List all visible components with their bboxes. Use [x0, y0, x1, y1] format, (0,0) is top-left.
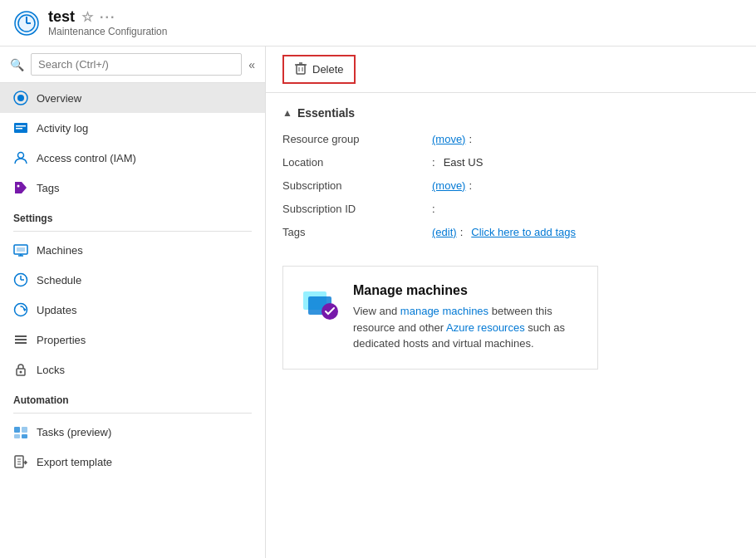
svg-rect-27	[14, 434, 20, 438]
machines-icon	[13, 242, 28, 257]
export-label: Export template	[37, 456, 112, 468]
tags-label: Tags	[37, 182, 59, 194]
activity-log-label: Activity log	[37, 122, 88, 135]
svg-rect-25	[14, 427, 20, 433]
iam-label: Access control (IAM)	[37, 152, 136, 164]
sidebar-item-export[interactable]: Export template	[0, 447, 265, 477]
subscription-value: (move) :	[432, 179, 477, 192]
collapse-sidebar-button[interactable]: «	[248, 58, 255, 71]
manage-machines-description: View and manage machines between this re…	[353, 303, 581, 352]
updates-icon	[13, 302, 28, 317]
resource-icon	[13, 10, 40, 37]
subscription-id-label: Subscription ID	[282, 203, 432, 215]
properties-label: Properties	[37, 334, 86, 346]
page-header: test ☆ ··· Maintenance Configuration	[0, 0, 756, 46]
tags-field-label: Tags	[282, 226, 432, 238]
sidebar-item-overview[interactable]: Overview	[0, 83, 265, 113]
activity-log-icon	[13, 120, 28, 135]
sidebar-item-iam[interactable]: Access control (IAM)	[0, 143, 265, 173]
header-title-row: test ☆ ···	[48, 8, 167, 26]
main-content: Delete ▲ Essentials Resource group (move…	[266, 46, 756, 558]
delete-icon	[294, 61, 307, 77]
essentials-section: ▲ Essentials Resource group (move) : Loc…	[266, 93, 756, 259]
tags-value: (edit) : Click here to add tags	[432, 226, 576, 238]
location-text: East US	[444, 156, 484, 169]
resource-group-label: Resource group	[282, 133, 432, 145]
tags-icon	[13, 180, 28, 195]
delete-label: Delete	[312, 63, 344, 76]
manage-machines-body: Manage machines View and manage machines…	[353, 283, 581, 352]
subscription-label: Subscription	[282, 179, 432, 192]
tags-separator: :	[460, 226, 464, 238]
manage-machines-title: Manage machines	[353, 283, 581, 298]
search-icon: 🔍	[10, 58, 24, 71]
sidebar-item-tags[interactable]: Tags	[0, 173, 265, 203]
tasks-icon	[13, 424, 28, 439]
settings-section-label: Settings	[0, 203, 265, 228]
resource-group-separator: :	[469, 133, 472, 145]
svg-marker-19	[24, 308, 27, 311]
subscription-id-separator: :	[432, 203, 435, 215]
svg-point-9	[18, 153, 24, 159]
essentials-title: ▲ Essentials	[282, 106, 739, 120]
schedule-label: Schedule	[37, 274, 81, 286]
svg-rect-33	[297, 65, 305, 74]
locks-label: Locks	[37, 364, 65, 376]
location-label: Location	[282, 156, 432, 169]
sidebar-item-machines[interactable]: Machines	[0, 235, 265, 265]
sidebar-item-activity-log[interactable]: Activity log	[0, 113, 265, 143]
sidebar-item-schedule[interactable]: Schedule	[0, 265, 265, 295]
delete-button[interactable]: Delete	[282, 55, 356, 84]
subscription-separator: :	[469, 179, 472, 192]
automation-divider	[13, 413, 252, 414]
manage-machines-icon	[300, 283, 340, 323]
main-layout: 🔍 « Overview Activity log	[0, 46, 756, 558]
azure-link[interactable]: Azure resources	[446, 321, 525, 334]
svg-point-5	[17, 95, 24, 101]
field-location: Location : East US	[282, 153, 739, 176]
essentials-label: Essentials	[297, 106, 355, 120]
search-bar: 🔍 «	[0, 46, 265, 83]
sidebar-item-updates[interactable]: Updates	[0, 295, 265, 325]
location-separator: :	[432, 156, 435, 169]
sidebar: 🔍 « Overview Activity log	[0, 46, 266, 558]
svg-rect-20	[15, 335, 27, 337]
tasks-label: Tasks (preview)	[37, 426, 111, 438]
svg-rect-7	[16, 125, 26, 127]
subscription-id-value: :	[432, 203, 440, 215]
svg-point-10	[17, 185, 20, 188]
location-value: : East US	[432, 156, 483, 169]
svg-rect-8	[16, 128, 22, 130]
search-input[interactable]	[31, 53, 242, 76]
field-subscription-id: Subscription ID :	[282, 199, 739, 223]
field-resource-group: Resource group (move) :	[282, 130, 739, 153]
svg-rect-12	[17, 247, 25, 252]
add-tags-cta[interactable]: Click here to add tags	[471, 226, 576, 238]
svg-rect-22	[15, 342, 27, 344]
sidebar-item-tasks[interactable]: Tasks (preview)	[0, 417, 265, 447]
collapse-essentials-icon[interactable]: ▲	[282, 107, 292, 119]
resource-group-move-link[interactable]: (move)	[432, 133, 465, 145]
updates-label: Updates	[37, 304, 76, 316]
sidebar-item-locks[interactable]: Locks	[0, 355, 265, 384]
overview-label: Overview	[37, 92, 81, 105]
resource-name: test	[48, 8, 75, 26]
manage-link[interactable]: manage machines	[400, 305, 488, 317]
field-subscription: Subscription (move) :	[282, 176, 739, 199]
svg-point-24	[20, 371, 22, 374]
sidebar-item-properties[interactable]: Properties	[0, 325, 265, 355]
tags-edit-link[interactable]: (edit)	[432, 226, 457, 238]
field-tags: Tags (edit) : Click here to add tags	[282, 223, 739, 246]
svg-rect-28	[22, 434, 27, 438]
manage-machines-card[interactable]: Manage machines View and manage machines…	[282, 266, 598, 370]
header-text-group: test ☆ ··· Maintenance Configuration	[48, 8, 167, 37]
subscription-move-link[interactable]: (move)	[432, 179, 465, 192]
locks-icon	[13, 362, 28, 377]
properties-icon	[13, 332, 28, 347]
favorite-star[interactable]: ☆	[81, 9, 93, 25]
overview-icon	[13, 91, 28, 105]
more-options-dots[interactable]: ···	[100, 10, 115, 25]
automation-section-label: Automation	[0, 384, 265, 409]
settings-divider	[13, 231, 252, 232]
resource-group-value: (move) :	[432, 133, 477, 145]
